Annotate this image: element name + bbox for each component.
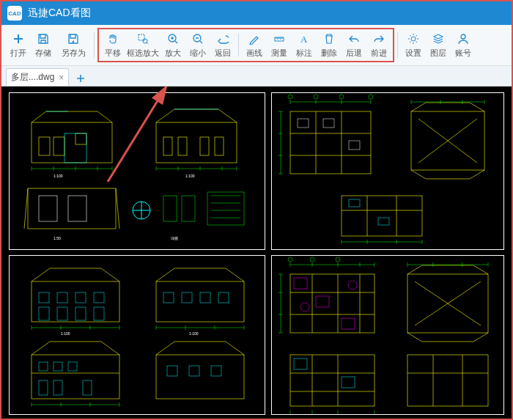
svg-point-80 [336, 257, 340, 262]
svg-rect-75 [294, 358, 307, 369]
zoom-window-button[interactable]: 框选放大 [125, 29, 160, 61]
tabbar: 多层....dwg × [1, 66, 512, 86]
save-label: 存储 [35, 48, 51, 59]
delete-button[interactable]: 删除 [317, 29, 342, 61]
svg-point-37 [314, 95, 318, 99]
app-title: 迅捷CAD看图 [28, 7, 91, 20]
hand-icon [107, 32, 119, 46]
view-back-label: 返回 [215, 48, 231, 59]
svg-text:1:50: 1:50 [53, 236, 61, 240]
zoom-window-label: 框选放大 [127, 48, 159, 59]
view-back-button[interactable]: 返回 [210, 29, 235, 61]
svg-rect-9 [39, 137, 50, 155]
svg-point-38 [339, 95, 344, 99]
svg-rect-58 [39, 380, 48, 395]
saveas-button[interactable]: 另存为 [56, 28, 91, 62]
saveas-icon [67, 32, 79, 46]
svg-rect-30 [323, 119, 334, 128]
svg-text:详图: 详图 [171, 236, 178, 240]
svg-rect-17 [215, 137, 224, 155]
open-button[interactable]: 打开 [6, 28, 31, 62]
svg-rect-48 [94, 307, 104, 320]
pan-button[interactable]: 平移 [100, 29, 125, 61]
svg-point-72 [300, 303, 309, 312]
drawing-panel: 1:1001:1001:50详图 [9, 92, 265, 250]
document-tab[interactable]: 多层....dwg × [6, 68, 69, 86]
svg-rect-61 [156, 355, 244, 399]
svg-point-71 [348, 281, 357, 290]
svg-rect-50 [163, 292, 174, 303]
pan-label: 平移 [105, 48, 121, 59]
svg-point-6 [411, 37, 416, 41]
plus-icon [12, 32, 24, 46]
drawing-panel [271, 255, 504, 415]
account-label: 账号 [455, 48, 471, 59]
redo-button[interactable]: 前进 [366, 29, 391, 61]
svg-rect-45 [39, 307, 49, 320]
toolbar-group-right: 设置 图层 账号 [401, 28, 476, 62]
svg-rect-19 [39, 196, 57, 221]
zoom-out-icon [192, 32, 204, 46]
svg-rect-11 [75, 133, 86, 144]
svg-rect-56 [53, 362, 62, 371]
svg-rect-44 [94, 292, 104, 303]
svg-rect-31 [349, 141, 360, 150]
text-icon: A [298, 32, 310, 46]
svg-rect-53 [218, 292, 229, 303]
layers-label: 图层 [430, 48, 446, 59]
gear-icon [407, 32, 419, 46]
draw-line-button[interactable]: 画线 [242, 29, 267, 61]
undo-button[interactable]: 后退 [342, 29, 366, 61]
svg-rect-22 [163, 196, 177, 221]
toolbar-separator [94, 32, 95, 58]
svg-rect-76 [342, 377, 355, 388]
annotate-label: 标注 [296, 48, 312, 59]
svg-rect-63 [189, 366, 199, 376]
svg-rect-29 [298, 119, 309, 128]
toolbar-group-highlighted: 平移 框选放大 放大 缩小 返回 画线 [97, 28, 394, 62]
titlebar: CAD 迅捷CAD看图 [1, 1, 512, 25]
toolbar-group-file: 打开 存储 另存为 [6, 28, 91, 62]
layers-icon [432, 32, 444, 46]
close-icon[interactable]: × [59, 73, 64, 83]
zoom-out-button[interactable]: 缩小 [185, 29, 210, 61]
svg-rect-16 [200, 137, 209, 155]
svg-rect-77 [407, 355, 488, 406]
open-label: 打开 [10, 48, 26, 59]
svg-rect-8 [32, 122, 112, 163]
drawing-canvas[interactable]: 1:1001:1001:50详图 [1, 86, 512, 419]
svg-rect-46 [57, 307, 67, 320]
annotate-button[interactable]: A 标注 [292, 29, 317, 61]
account-button[interactable]: 账号 [451, 28, 476, 62]
svg-rect-59 [53, 380, 62, 395]
save-button[interactable]: 存储 [31, 28, 56, 62]
measure-button[interactable]: 测量 [267, 29, 292, 61]
undo-icon [348, 32, 360, 46]
layers-button[interactable]: 图层 [426, 28, 451, 62]
add-tab-button[interactable] [73, 71, 88, 86]
svg-text:A: A [300, 34, 308, 45]
svg-text:1:100: 1:100 [185, 174, 195, 178]
svg-point-36 [288, 95, 292, 99]
drawing-panel [271, 92, 504, 250]
svg-rect-41 [39, 292, 49, 303]
saveas-label: 另存为 [62, 48, 86, 59]
svg-rect-62 [167, 366, 177, 376]
svg-rect-28 [290, 111, 371, 174]
zoom-in-button[interactable]: 放大 [160, 29, 185, 61]
toolbar: 打开 存储 另存为 平移 框选放大 放大 [1, 25, 512, 66]
svg-rect-47 [75, 307, 86, 320]
svg-rect-33 [342, 196, 422, 236]
svg-rect-20 [68, 196, 86, 221]
svg-rect-43 [75, 292, 86, 303]
svg-rect-74 [290, 355, 374, 406]
save-icon [37, 32, 49, 46]
svg-rect-67 [290, 274, 374, 333]
pencil-icon [248, 32, 260, 46]
settings-button[interactable]: 设置 [401, 28, 426, 62]
zoom-out-label: 缩小 [190, 48, 206, 59]
svg-rect-18 [28, 188, 116, 229]
svg-rect-14 [163, 137, 172, 155]
svg-rect-13 [156, 122, 237, 163]
user-icon [457, 32, 469, 46]
